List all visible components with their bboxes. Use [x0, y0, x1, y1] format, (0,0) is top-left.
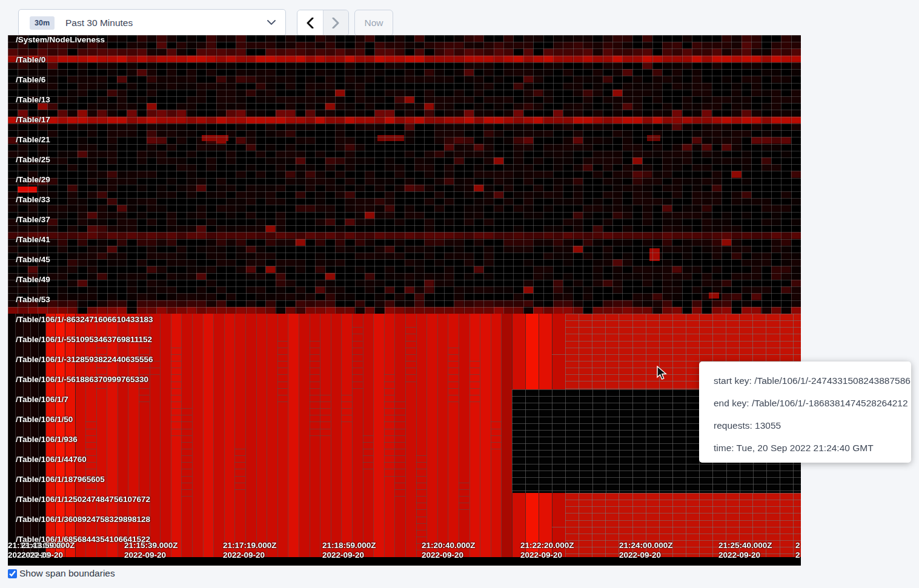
time-range-select[interactable]: 30m Past 30 Minutes	[18, 9, 286, 36]
key-visualizer-page: 30m Past 30 Minutes Now /System/NodeLive…	[0, 0, 919, 588]
span-boundaries-row: Show span boundaries	[8, 568, 115, 579]
time-nav-group	[297, 10, 349, 36]
chevron-right-icon	[332, 18, 339, 28]
chevron-down-icon	[267, 20, 276, 25]
chevron-left-icon	[307, 18, 314, 28]
tooltip-start-key: start key: /Table/106/1/-247433150824388…	[714, 369, 911, 392]
time-range-label: Past 30 Minutes	[65, 18, 133, 28]
forward-button[interactable]	[323, 10, 349, 36]
show-span-boundaries-checkbox[interactable]	[8, 569, 17, 578]
tooltip-requests: requests: 13055	[714, 414, 911, 437]
heatmap-canvas[interactable]	[8, 35, 801, 566]
back-button[interactable]	[297, 10, 323, 36]
now-button[interactable]: Now	[354, 10, 393, 36]
tooltip-end-key: end key: /Table/106/1/-18683814745282642…	[714, 392, 911, 414]
key-visualizer-heatmap: /System/NodeLiveness/Table/0/Table/6/Tab…	[8, 35, 801, 566]
span-tooltip: start key: /Table/106/1/-247433150824388…	[699, 362, 911, 463]
tooltip-time: time: Tue, 20 Sep 2022 21:24:40 GMT	[714, 437, 911, 459]
time-range-badge: 30m	[30, 16, 55, 30]
show-span-boundaries-label: Show span boundaries	[19, 568, 115, 579]
